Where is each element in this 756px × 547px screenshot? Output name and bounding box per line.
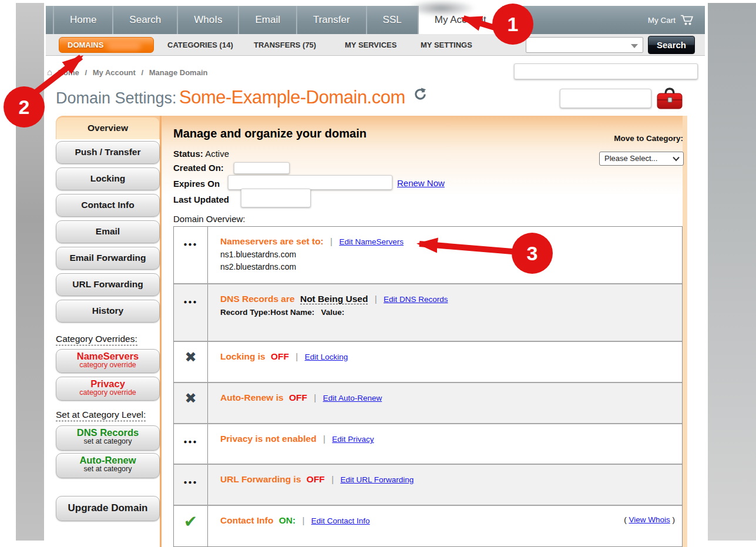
move-to-category-label: Move to Category: [614,134,683,143]
my-cart[interactable]: My Cart [648,6,695,34]
row-status: ON: [279,515,295,525]
sidebar-tab-email[interactable]: Email [56,220,160,243]
category-select-value: Please Select... [604,154,657,163]
combobox-dropdown-icon[interactable] [631,44,638,48]
redacted-count [107,41,141,50]
overview-row-auto-renew: ✖ Auto-Renew is OFF | Edit Auto-Renew [174,383,682,424]
row-title: Privacy is not enabled [220,434,317,444]
redacted-smudge [406,0,476,16]
redacted-box-title [560,89,651,108]
left-gutter [16,3,44,541]
top-nav: Home Search WhoIs Email Transfer SSL My … [46,6,705,34]
subnav-my-services[interactable]: MY SERVICES [345,34,397,56]
sidebar-override-nameservers[interactable]: NameServers category override [56,349,160,373]
dots-icon: ●●● [174,298,207,305]
category-overrides-label: Category Overrides: [56,334,137,344]
nav-tab-email[interactable]: Email [238,6,296,34]
domain-search-combobox[interactable] [526,37,643,53]
sidebar-tab-email-forwarding[interactable]: Email Forwarding [56,247,160,270]
breadcrumb-manage-domain: Manage Domain [149,68,208,77]
panel-divider [160,116,162,547]
domain-overview-table: ●●● Nameservers are set to: | Edit NameS… [173,226,683,547]
overview-row-nameservers: ●●● Nameservers are set to: | Edit NameS… [174,227,682,284]
status-line: Status: Active [173,149,229,159]
nameserver-2: ns2.bluestardns.com [220,262,671,271]
redacted-box-top [514,63,698,79]
edit-locking-link[interactable]: Edit Locking [305,353,348,361]
row-status: OFF [307,474,325,484]
sidebar-tab-url-forwarding[interactable]: URL Forwarding [56,273,160,296]
breadcrumb-my-account[interactable]: My Account [93,68,136,77]
breadcrumb: ⌂ Home / My Account / Manage Domain [47,67,207,77]
section-heading: Manage and organize your domain [173,127,367,140]
record-headers: Record Type:Host Name: Value: [220,308,671,317]
overview-row-contact-info: ✔ Contact Info ON: | Edit Contact Info (… [174,506,682,547]
sidebar-tab-locking[interactable]: Locking [56,167,160,190]
dots-icon: ●●● [174,438,207,445]
domain-name: Some-Example-Domain.com [179,87,405,108]
row-title: URL Forwarding is [220,474,301,484]
edit-nameservers-link[interactable]: Edit NameServers [339,237,404,246]
page: Home Search WhoIs Email Transfer SSL My … [0,0,756,547]
sidebar-tab-push-transfer[interactable]: Push / Transfer [56,141,160,164]
check-icon: ✔ [174,512,207,531]
created-on-label: Created On: [173,163,224,173]
edit-auto-renew-link[interactable]: Edit Auto-Renew [323,394,382,402]
chevron-down-icon [673,156,680,162]
search-button[interactable]: Search [648,36,695,54]
redacted-expires-date [228,175,392,190]
subnav-transfers[interactable]: TRANSFERS (75) [254,34,316,56]
nav-tab-whois[interactable]: WhoIs [177,6,238,34]
nav-tab-transfer[interactable]: Transfer [296,6,366,34]
domain-overview-label: Domain Overview: [173,214,246,224]
row-status: OFF [289,392,307,402]
breadcrumb-home[interactable]: Home [58,68,79,77]
redacted-created-date [234,162,290,174]
subnav-categories[interactable]: CATEGORIES (14) [167,34,233,56]
expires-on-label: Expires On [173,179,220,189]
breadcrumb-separator: / [142,68,144,77]
x-icon: ✖ [174,390,207,407]
nav-tab-search[interactable]: Search [112,6,177,34]
edit-url-forwarding-link[interactable]: Edit URL Forwarding [340,475,414,484]
row-status: OFF [271,351,289,361]
subnav-my-settings[interactable]: MY SETTINGS [421,34,472,56]
row-title: Auto-Renew is [220,392,284,402]
status-value: Active [205,149,229,159]
right-gutter [708,3,756,541]
overview-row-locking: ✖ Locking is OFF | Edit Locking [174,342,682,383]
edit-privacy-link[interactable]: Edit Privacy [332,435,374,444]
dots-icon: ●●● [174,241,207,247]
my-cart-label: My Cart [648,16,676,25]
sidebar-tab-history[interactable]: History [56,300,160,323]
domain-search-input[interactable] [529,39,629,51]
sidebar-override-privacy[interactable]: Privacy category override [56,377,160,401]
view-whois-link[interactable]: View Whois [629,515,670,524]
overview-row-url-forwarding: ●●● URL Forwarding is OFF | Edit URL For… [174,465,682,506]
category-select[interactable]: Please Select... [599,152,684,166]
renew-now-link[interactable]: Renew Now [397,178,445,188]
row-status: Not Being Used [300,294,368,304]
sidebar-category-auto-renew[interactable]: Auto-Renew set at category [56,453,160,478]
overview-row-privacy: ●●● Privacy is not enabled | Edit Privac… [174,424,682,465]
set-at-category-label: Set at Category Level: [56,410,146,420]
row-title: Nameservers are set to: [220,236,324,246]
page-title-prefix: Domain Settings: [56,89,177,107]
nav-tab-home[interactable]: Home [53,6,112,34]
sidebar-tab-overview[interactable]: Overview [56,117,160,139]
panel-right-edge [683,116,687,547]
toolbox-icon[interactable] [656,86,683,110]
redacted-updated-date [241,189,311,207]
row-title: Locking is [220,351,266,361]
sidebar-tab-contact-info[interactable]: Contact Info [56,194,160,217]
nameserver-1: ns1.bluestardns.com [220,250,671,259]
row-title: DNS Records are [220,294,295,304]
home-icon: ⌂ [47,67,52,77]
subnav-domains-button[interactable]: DOMAINS [59,37,154,53]
edit-contact-info-link[interactable]: Edit Contact Info [311,516,370,525]
upgrade-domain-button[interactable]: Upgrade Domain [56,496,160,521]
sidebar-category-dns-records[interactable]: DNS Records set at category [56,425,160,451]
edit-dns-records-link[interactable]: Edit DNS Records [384,295,448,304]
page-title: Domain Settings: Some-Example-Domain.com [56,87,427,108]
refresh-icon[interactable] [414,88,427,103]
